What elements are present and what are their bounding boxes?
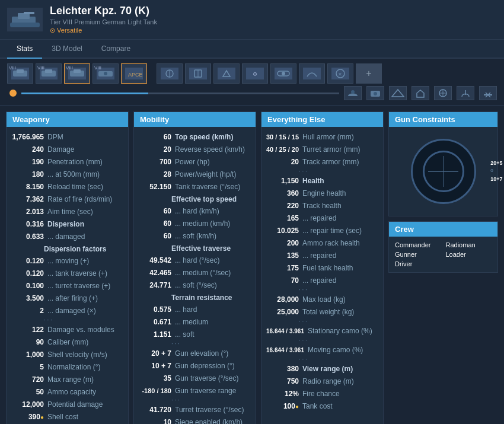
stat-value: 1,766.965 (11, 132, 44, 142)
slider-row (7, 86, 497, 100)
stat-track-health: 220 Track health (266, 199, 378, 212)
svg-text:⚙: ⚙ (253, 71, 257, 77)
module-item-6[interactable] (185, 63, 211, 84)
stat-et-soft: 24.771 ... soft (°/sec) (139, 279, 251, 291)
module-item-1[interactable]: VIII (7, 63, 33, 84)
gun-dep-val: 10+7 (490, 176, 502, 182)
stat-value: 360 (266, 188, 299, 199)
stat-pot-dmg: 12,000 Potential damage (11, 398, 123, 410)
svg-point-20 (282, 72, 285, 75)
module-item-ammo[interactable]: APCE (121, 63, 147, 84)
module-item-8[interactable]: ⚙ (242, 63, 268, 84)
stat-hull-armor: 30 / 15 / 15 Hull armor (mm) (266, 130, 378, 143)
crosshair-v (444, 156, 444, 186)
stat-dots: · · · (299, 337, 378, 343)
stat-stat-camo: 16.644 / 3.961 Stationary camo (%) (266, 324, 378, 337)
stat-label: ... soft (°/sec) (175, 280, 251, 291)
stat-value: 200 (266, 238, 299, 248)
coin-icon: ● (295, 403, 299, 410)
stat-eff-soft: 60 ... soft (km/h) (139, 229, 251, 242)
stat-caliber: 90 Caliber (mm) (11, 336, 123, 348)
stat-value: 190 (11, 157, 44, 167)
stat-label: Tank cost (302, 401, 378, 412)
module-item-4[interactable]: VIII (92, 63, 119, 84)
module-item-2[interactable]: VIII (36, 63, 62, 84)
stat-turret-trav: 41.720 Turret traverse (°/sec) (139, 403, 251, 416)
equip-icon-3[interactable] (389, 86, 407, 100)
stat-value: 40 / 25 / 20 (266, 145, 299, 155)
stat-rof: 7.362 Rate of fire (rds/min) (11, 193, 123, 205)
gun-label-3: 10+7 (490, 175, 502, 183)
stat-label: ... hard (175, 304, 251, 315)
svg-text:✕: ✕ (338, 72, 342, 77)
svg-rect-2 (10, 23, 40, 27)
stat-value: 41.720 (139, 404, 171, 415)
stat-label: Ammo rack health (302, 238, 378, 248)
stat-label: Gun elevation (°) (175, 348, 251, 359)
stat-value: 42.465 (139, 267, 171, 278)
gun-constraints-header: Gun Constraints (389, 112, 497, 127)
stat-et-hard: 49.542 ... hard (°/sec) (139, 254, 251, 266)
tank-name: Leichter Kpz. 70 (K) (50, 5, 157, 17)
module-item-9[interactable] (270, 63, 296, 84)
svg-rect-3 (24, 12, 34, 14)
gun-circle-outer (411, 139, 476, 204)
equip-icon-7[interactable] (479, 86, 497, 100)
module-item-5[interactable] (157, 63, 183, 84)
header: Leichter Kpz. 70 (K) Tier VIII Premium G… (0, 0, 504, 40)
tank-subtitle: Tier VIII Premium German Light Tank (50, 18, 157, 25)
stat-label: Ammo capacity (47, 387, 123, 397)
everything-else-header: Everything Else (261, 112, 383, 127)
stat-value: 700 (139, 157, 171, 167)
stat-label: Dispersion (47, 219, 123, 229)
module-item-7[interactable] (213, 63, 240, 84)
crew-commander: Commander (395, 241, 441, 248)
stat-value: 240 (11, 144, 44, 155)
stat-value: 220 (266, 200, 299, 211)
tab-3dmodel[interactable]: 3D Model (42, 40, 91, 59)
stat-value: 52.150 (139, 181, 171, 192)
stat-aim: 2.013 Aim time (sec) (11, 205, 123, 218)
equip-icon-4[interactable] (412, 86, 429, 100)
module-item-3[interactable]: VIII (64, 63, 90, 84)
stat-label: Rate of fire (rds/min) (47, 194, 123, 205)
section-dispersion-factors: Dispersion factors (44, 243, 123, 254)
stat-label: Max range (m) (47, 374, 123, 385)
equip-icon-6[interactable] (457, 86, 474, 100)
stat-label: Hull armor (mm) (302, 132, 378, 142)
equip-icon-2[interactable] (366, 86, 384, 100)
gun-constraints-panel: Gun Constraints 20+5 0 10+7 (388, 111, 498, 216)
stat-dots: · · · (299, 356, 378, 362)
stat-value: 0.633 (11, 231, 44, 242)
gun-elev-val: 20+5 (490, 160, 502, 166)
stat-value: 12,000 (11, 399, 44, 410)
stat-label: Turret traverse (°/sec) (175, 404, 251, 415)
module-row-top: VIII VIII VIII VIII APCE ⚙ (7, 63, 497, 84)
stat-label: Stationary camo (%) (308, 326, 378, 336)
stat-pen500: 180 ... at 500m (mm) (11, 168, 123, 180)
stat-value: 3.500 (11, 293, 44, 304)
slider-handle[interactable] (9, 90, 17, 97)
stat-top-speed: 60 Top speed (km/h) (139, 130, 251, 143)
stat-dots: · · · (299, 318, 378, 324)
stat-label: Reverse speed (km/h) (175, 144, 251, 155)
stat-value: 8.150 (11, 181, 44, 192)
stat-value: 750 (266, 376, 299, 387)
stat-label: DPM (47, 132, 123, 142)
crew-gunner: Gunner (395, 251, 441, 258)
stat-label: Siege enabled (km/h) (175, 417, 251, 425)
equip-icon-1[interactable] (344, 86, 362, 100)
stat-value: 70 (266, 275, 299, 286)
stat-track-repaired: 165 ... repaired (266, 212, 378, 224)
tab-stats[interactable]: Stats (7, 40, 42, 59)
tab-compare[interactable]: Compare (92, 40, 140, 59)
module-item-11[interactable]: ✕ (327, 63, 353, 84)
module-item-10[interactable] (299, 63, 325, 84)
module-add-button[interactable]: + (356, 63, 382, 84)
equip-icon-5[interactable] (434, 86, 452, 100)
stat-fire-chance: 12% Fire chance (266, 387, 378, 400)
stat-after-firing: 3.500 ... after firing (+) (11, 292, 123, 304)
slider-track[interactable] (21, 93, 339, 94)
stat-value: 50 (11, 387, 44, 397)
stat-gun-elev: 20 + 7 Gun elevation (°) (139, 347, 251, 359)
